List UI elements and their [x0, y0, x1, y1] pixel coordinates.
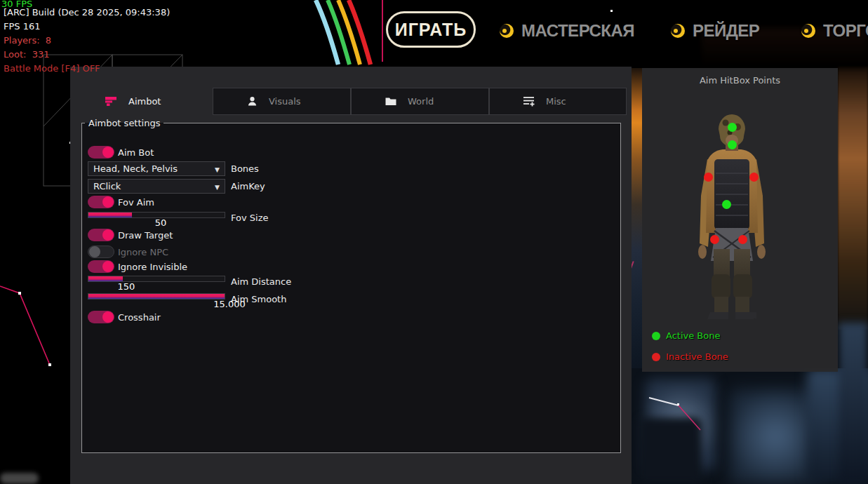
hitbox-point-active	[722, 200, 731, 209]
fov-aim-label: Fov Aim	[118, 197, 154, 208]
slider-fill	[88, 294, 225, 299]
toggle-knob	[102, 196, 114, 208]
coin-icon	[801, 24, 815, 38]
ignore-npc-label: Ignore NPC	[118, 247, 168, 257]
bones-label: Bones	[231, 163, 259, 174]
crosshair-toggle[interactable]	[88, 311, 114, 323]
chevron-down-icon: ▼	[215, 181, 220, 194]
background-gap	[632, 68, 642, 372]
aim-bot-label: Aim Bot	[118, 147, 154, 158]
active-bone-label: Active Bone	[666, 330, 720, 341]
game-screen: 30 FPS [ARC] Build (Dec 28 2025, 09:43:3…	[0, 0, 868, 484]
cheat-menu-panel: Aimbot Visuals World	[70, 67, 632, 484]
aim-bot-toggle[interactable]	[88, 146, 114, 159]
gun-icon	[105, 97, 117, 106]
draw-target-label: Draw Target	[118, 230, 173, 241]
dot-marker	[610, 10, 613, 12]
tab-world[interactable]: World	[351, 88, 489, 115]
legend-active-bone: Active Bone	[652, 330, 720, 341]
aim-distance-value: 150	[112, 281, 140, 292]
background-wall	[838, 67, 868, 330]
menu-item-trader[interactable]: ТОРГОВЕЦ	[801, 21, 868, 41]
menu-item-raider[interactable]: РЕЙДЕР	[671, 21, 759, 41]
players-counter: Players: 8	[4, 35, 51, 46]
background-column	[839, 323, 868, 484]
aimbot-settings-group: Aimbot settings Aim Bot Head, Neck, Pelv…	[81, 118, 621, 453]
person-icon	[247, 96, 258, 107]
chevron-down-icon: ▼	[215, 163, 220, 177]
bones-dropdown[interactable]: Head, Neck, Pelvis ▼	[88, 161, 225, 176]
toggle-knob	[102, 311, 114, 323]
aimkey-dropdown[interactable]: RClick ▼	[88, 179, 225, 194]
battle-mode-status: Battle Mode [F4] OFF	[4, 63, 100, 74]
ignore-npc-toggle[interactable]	[88, 246, 114, 258]
aimkey-label: AimKey	[231, 181, 265, 191]
sliders-icon	[523, 96, 535, 107]
rainbow-stripes	[295, 0, 389, 67]
slider-fill	[88, 276, 123, 281]
aim-smooth-value: 15.000	[208, 299, 251, 309]
tab-misc[interactable]: Misc	[489, 88, 627, 115]
hitbox-point-active	[728, 123, 737, 132]
hitbox-point-inactive	[738, 235, 747, 244]
fov-size-value: 50	[147, 217, 175, 228]
hitbox-point-inactive	[710, 235, 719, 244]
hitbox-point-active	[728, 140, 737, 149]
group-content: Aim Bot Head, Neck, Pelvis ▼ Bones RClic…	[82, 128, 620, 452]
aim-distance-label: Aim Distance	[231, 276, 291, 287]
tab-aimbot[interactable]: Aimbot	[70, 88, 213, 115]
inactive-bone-label: Inactive Bone	[666, 351, 728, 362]
aim-distance-slider[interactable]	[88, 276, 225, 282]
hitbox-point-inactive	[749, 173, 759, 182]
play-button[interactable]: ИГРАТЬ	[386, 11, 476, 48]
esp-skeleton-line	[0, 281, 63, 372]
active-bone-dot	[652, 332, 660, 340]
toggle-knob	[102, 229, 114, 241]
folder-icon	[385, 97, 396, 106]
toggle-knob	[102, 261, 114, 272]
fov-size-label: Fov Size	[231, 213, 268, 223]
toggle-knob	[89, 246, 100, 257]
aim-smooth-slider[interactable]	[88, 293, 225, 300]
toggle-knob	[102, 147, 114, 158]
hitbox-panel: Aim HitBox Points	[642, 68, 838, 372]
ignore-invisible-label: Ignore Invisible	[118, 262, 187, 272]
esp-vertical-line	[382, 0, 383, 62]
group-title: Aimbot settings	[85, 118, 163, 128]
background-scene	[632, 368, 868, 484]
legend-inactive-bone: Inactive Bone	[652, 351, 728, 362]
inactive-bone-dot	[652, 353, 660, 361]
fov-aim-toggle[interactable]	[88, 196, 114, 208]
background-streak	[0, 473, 39, 484]
hitbox-points-layer	[642, 68, 838, 372]
coin-icon	[671, 24, 685, 38]
menu-item-workshop[interactable]: МАСТЕРСКАЯ	[500, 21, 634, 41]
loot-counter: Loot: 331	[4, 49, 49, 60]
ignore-invisible-toggle[interactable]	[88, 260, 114, 273]
crosshair-label: Crosshair	[118, 312, 161, 323]
draw-target-toggle[interactable]	[88, 229, 114, 241]
tab-visuals[interactable]: Visuals	[213, 88, 351, 115]
coin-icon	[500, 24, 514, 38]
slider-fill	[88, 213, 132, 217]
hitbox-point-inactive	[704, 173, 713, 182]
build-info: [ARC] Build (Dec 28 2025, 09:43:38)	[4, 7, 170, 18]
esp-tracer-line	[642, 389, 712, 438]
fps-counter: FPS 161	[4, 21, 41, 32]
